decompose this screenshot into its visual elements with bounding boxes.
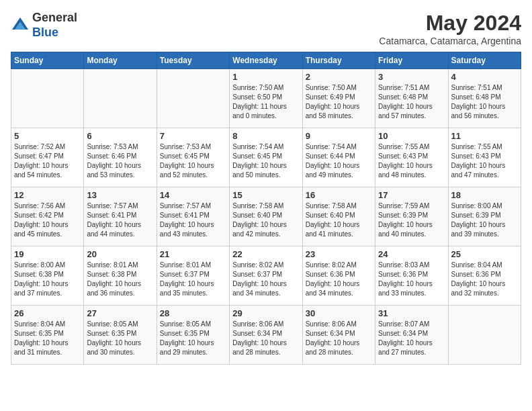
day-number: 2 — [306, 72, 372, 82]
day-number: 13 — [87, 190, 153, 200]
day-number: 22 — [232, 249, 299, 259]
calendar-cell: 26Sunrise: 8:04 AM Sunset: 6:35 PM Dayli… — [11, 306, 84, 365]
calendar-cell — [157, 69, 229, 128]
day-number: 24 — [378, 249, 445, 259]
calendar-cell: 8Sunrise: 7:54 AM Sunset: 6:45 PM Daylig… — [230, 128, 302, 187]
week-row-4: 19Sunrise: 8:00 AM Sunset: 6:38 PM Dayli… — [11, 246, 521, 306]
calendar-cell: 20Sunrise: 8:01 AM Sunset: 6:38 PM Dayli… — [84, 246, 157, 306]
logo-icon — [11, 16, 30, 35]
week-row-5: 26Sunrise: 8:04 AM Sunset: 6:35 PM Dayli… — [11, 306, 521, 365]
calendar-cell: 13Sunrise: 7:57 AM Sunset: 6:41 PM Dayli… — [84, 187, 157, 246]
day-number: 27 — [87, 308, 153, 318]
location-text: Catamarca, Catamarca, Argentina — [379, 36, 521, 46]
day-number: 7 — [160, 131, 226, 141]
weekday-header-monday: Monday — [84, 52, 157, 69]
calendar-cell: 22Sunrise: 8:02 AM Sunset: 6:37 PM Dayli… — [230, 246, 302, 306]
day-info: Sunrise: 7:58 AM Sunset: 6:40 PM Dayligh… — [306, 201, 372, 239]
calendar-cell: 4Sunrise: 7:51 AM Sunset: 6:48 PM Daylig… — [448, 69, 521, 128]
day-info: Sunrise: 7:50 AM Sunset: 6:49 PM Dayligh… — [306, 83, 372, 121]
day-number: 25 — [451, 249, 518, 259]
day-number: 26 — [14, 308, 81, 318]
calendar-table: SundayMondayTuesdayWednesdayThursdayFrid… — [11, 52, 521, 365]
calendar-cell: 31Sunrise: 8:07 AM Sunset: 6:34 PM Dayli… — [375, 306, 448, 365]
day-info: Sunrise: 8:02 AM Sunset: 6:37 PM Dayligh… — [232, 261, 299, 298]
calendar-cell: 29Sunrise: 8:06 AM Sunset: 6:34 PM Dayli… — [230, 306, 302, 365]
day-info: Sunrise: 8:00 AM Sunset: 6:39 PM Dayligh… — [451, 201, 518, 239]
calendar-cell: 17Sunrise: 7:59 AM Sunset: 6:39 PM Dayli… — [375, 187, 448, 246]
page-header: General Blue May 2024 Catamarca, Catamar… — [11, 11, 521, 46]
day-number: 15 — [232, 190, 299, 200]
calendar-cell: 11Sunrise: 7:55 AM Sunset: 6:43 PM Dayli… — [448, 128, 521, 187]
day-info: Sunrise: 7:57 AM Sunset: 6:41 PM Dayligh… — [160, 201, 226, 239]
day-number: 14 — [160, 190, 226, 200]
day-number: 19 — [14, 249, 81, 259]
day-info: Sunrise: 7:53 AM Sunset: 6:46 PM Dayligh… — [87, 142, 153, 180]
calendar-cell — [448, 306, 521, 365]
day-number: 20 — [87, 249, 153, 259]
day-number: 17 — [378, 190, 445, 200]
day-info: Sunrise: 8:06 AM Sunset: 6:34 PM Dayligh… — [306, 320, 372, 357]
weekday-header-saturday: Saturday — [448, 52, 521, 69]
calendar-cell: 25Sunrise: 8:04 AM Sunset: 6:36 PM Dayli… — [448, 246, 521, 306]
logo: General Blue — [11, 11, 77, 40]
calendar-cell: 2Sunrise: 7:50 AM Sunset: 6:49 PM Daylig… — [302, 69, 375, 128]
day-number: 5 — [14, 131, 81, 141]
week-row-3: 12Sunrise: 7:56 AM Sunset: 6:42 PM Dayli… — [11, 187, 521, 246]
day-number: 10 — [378, 131, 445, 141]
calendar-cell: 19Sunrise: 8:00 AM Sunset: 6:38 PM Dayli… — [11, 246, 84, 306]
day-info: Sunrise: 7:58 AM Sunset: 6:40 PM Dayligh… — [232, 201, 299, 239]
day-info: Sunrise: 8:01 AM Sunset: 6:38 PM Dayligh… — [87, 261, 153, 298]
day-info: Sunrise: 8:04 AM Sunset: 6:35 PM Dayligh… — [14, 320, 81, 357]
day-info: Sunrise: 8:05 AM Sunset: 6:35 PM Dayligh… — [87, 320, 153, 357]
day-number: 11 — [451, 131, 518, 141]
weekday-header-row: SundayMondayTuesdayWednesdayThursdayFrid… — [11, 52, 521, 69]
day-number: 4 — [451, 72, 518, 82]
calendar-cell: 10Sunrise: 7:55 AM Sunset: 6:43 PM Dayli… — [375, 128, 448, 187]
day-info: Sunrise: 8:04 AM Sunset: 6:36 PM Dayligh… — [451, 261, 518, 298]
day-info: Sunrise: 7:53 AM Sunset: 6:45 PM Dayligh… — [160, 142, 226, 180]
logo-general-text: General — [32, 11, 77, 24]
calendar-cell: 18Sunrise: 8:00 AM Sunset: 6:39 PM Dayli… — [448, 187, 521, 246]
week-row-1: 1Sunrise: 7:50 AM Sunset: 6:50 PM Daylig… — [11, 69, 521, 128]
day-info: Sunrise: 8:02 AM Sunset: 6:36 PM Dayligh… — [306, 261, 372, 298]
day-info: Sunrise: 7:51 AM Sunset: 6:48 PM Dayligh… — [378, 83, 445, 121]
calendar-cell: 21Sunrise: 8:01 AM Sunset: 6:37 PM Dayli… — [157, 246, 229, 306]
day-info: Sunrise: 8:05 AM Sunset: 6:35 PM Dayligh… — [160, 320, 226, 357]
day-info: Sunrise: 7:59 AM Sunset: 6:39 PM Dayligh… — [378, 201, 445, 239]
day-number: 12 — [14, 190, 81, 200]
calendar-cell: 14Sunrise: 7:57 AM Sunset: 6:41 PM Dayli… — [157, 187, 229, 246]
day-info: Sunrise: 8:06 AM Sunset: 6:34 PM Dayligh… — [232, 320, 299, 357]
day-number: 1 — [232, 72, 299, 82]
day-info: Sunrise: 8:07 AM Sunset: 6:34 PM Dayligh… — [378, 320, 445, 357]
calendar-cell: 3Sunrise: 7:51 AM Sunset: 6:48 PM Daylig… — [375, 69, 448, 128]
calendar-cell: 6Sunrise: 7:53 AM Sunset: 6:46 PM Daylig… — [84, 128, 157, 187]
day-info: Sunrise: 7:51 AM Sunset: 6:48 PM Dayligh… — [451, 83, 518, 121]
day-info: Sunrise: 7:56 AM Sunset: 6:42 PM Dayligh… — [14, 201, 81, 239]
calendar-cell — [11, 69, 84, 128]
day-number: 29 — [232, 308, 299, 318]
day-number: 3 — [378, 72, 445, 82]
calendar-cell: 5Sunrise: 7:52 AM Sunset: 6:47 PM Daylig… — [11, 128, 84, 187]
day-info: Sunrise: 8:03 AM Sunset: 6:36 PM Dayligh… — [378, 261, 445, 298]
day-info: Sunrise: 7:55 AM Sunset: 6:43 PM Dayligh… — [378, 142, 445, 180]
day-info: Sunrise: 7:50 AM Sunset: 6:50 PM Dayligh… — [232, 83, 299, 121]
week-row-2: 5Sunrise: 7:52 AM Sunset: 6:47 PM Daylig… — [11, 128, 521, 187]
calendar-cell: 1Sunrise: 7:50 AM Sunset: 6:50 PM Daylig… — [230, 69, 302, 128]
day-number: 9 — [306, 131, 372, 141]
calendar-cell: 16Sunrise: 7:58 AM Sunset: 6:40 PM Dayli… — [302, 187, 375, 246]
calendar-cell: 30Sunrise: 8:06 AM Sunset: 6:34 PM Dayli… — [302, 306, 375, 365]
month-year-title: May 2024 — [379, 11, 521, 36]
day-number: 23 — [306, 249, 372, 259]
calendar-cell: 24Sunrise: 8:03 AM Sunset: 6:36 PM Dayli… — [375, 246, 448, 306]
calendar-cell: 12Sunrise: 7:56 AM Sunset: 6:42 PM Dayli… — [11, 187, 84, 246]
weekday-header-wednesday: Wednesday — [230, 52, 302, 69]
day-number: 6 — [87, 131, 153, 141]
day-info: Sunrise: 7:52 AM Sunset: 6:47 PM Dayligh… — [14, 142, 81, 180]
day-info: Sunrise: 7:54 AM Sunset: 6:45 PM Dayligh… — [232, 142, 299, 180]
weekday-header-thursday: Thursday — [302, 52, 375, 69]
day-number: 21 — [160, 249, 226, 259]
calendar-cell: 7Sunrise: 7:53 AM Sunset: 6:45 PM Daylig… — [157, 128, 229, 187]
calendar-cell: 15Sunrise: 7:58 AM Sunset: 6:40 PM Dayli… — [230, 187, 302, 246]
day-number: 31 — [378, 308, 445, 318]
weekday-header-tuesday: Tuesday — [157, 52, 229, 69]
